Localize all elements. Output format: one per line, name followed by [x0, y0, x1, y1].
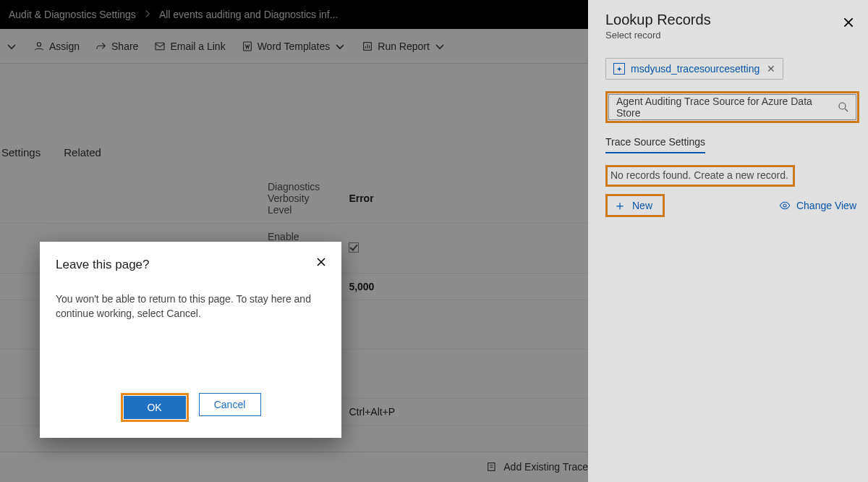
- leave-page-dialog: Leave this page? You won't be able to re…: [40, 242, 341, 438]
- entity-name: msdyusd_tracesourcesetting: [631, 63, 760, 75]
- cancel-button[interactable]: Cancel: [199, 393, 261, 416]
- highlight-search: Agent Auditing Trace Source for Azure Da…: [605, 91, 859, 123]
- ok-button[interactable]: OK: [124, 396, 186, 419]
- panel-title: Lookup Records: [605, 12, 859, 28]
- results-tab[interactable]: Trace Source Settings: [605, 136, 705, 153]
- dialog-title: Leave this page?: [56, 258, 326, 272]
- search-icon[interactable]: [837, 101, 850, 114]
- app-root: Audit & Diagnostics Settings All events …: [0, 0, 868, 482]
- new-button[interactable]: ＋ New: [608, 196, 663, 215]
- svg-point-7: [839, 103, 846, 109]
- new-label: New: [632, 200, 652, 211]
- entity-chip[interactable]: ✦ msdyusd_tracesourcesetting ✕: [605, 58, 783, 80]
- search-input[interactable]: Agent Auditing Trace Source for Azure Da…: [608, 94, 856, 120]
- change-view-button[interactable]: Change View: [779, 200, 856, 211]
- no-records-message: No records found. Create a new record.: [610, 169, 788, 181]
- svg-point-8: [783, 204, 786, 207]
- remove-entity-icon[interactable]: ✕: [767, 63, 775, 75]
- entity-icon: ✦: [613, 63, 625, 75]
- close-icon[interactable]: [842, 16, 855, 29]
- search-value: Agent Auditing Trace Source for Azure Da…: [616, 96, 831, 119]
- highlight-ok: OK: [121, 393, 189, 422]
- lookup-panel: Lookup Records Select record ✦ msdyusd_t…: [588, 0, 868, 482]
- dialog-body: You won't be able to return to this page…: [56, 292, 316, 321]
- eye-icon: [779, 200, 791, 211]
- plus-icon: ＋: [613, 199, 626, 212]
- change-view-label: Change View: [796, 200, 856, 211]
- highlight-new: ＋ New: [605, 194, 665, 217]
- close-icon[interactable]: [315, 256, 327, 268]
- panel-subtitle: Select record: [605, 30, 859, 41]
- highlight-message: No records found. Create a new record.: [605, 165, 795, 187]
